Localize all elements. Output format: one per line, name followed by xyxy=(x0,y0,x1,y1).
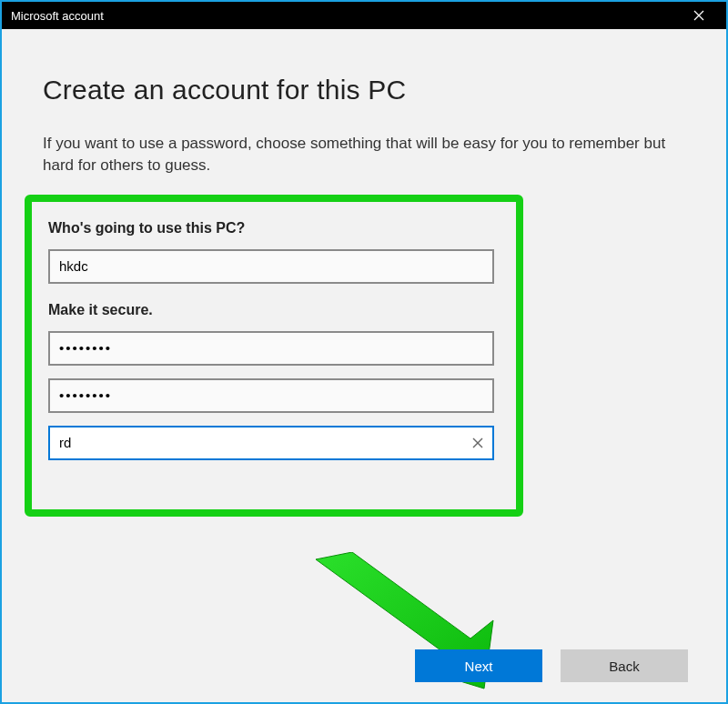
dialog-window: Microsoft account Create an account for … xyxy=(0,0,728,704)
close-button[interactable] xyxy=(681,2,717,29)
clear-hint-button[interactable] xyxy=(469,434,487,452)
next-button[interactable]: Next xyxy=(415,649,542,682)
hint-field-wrap xyxy=(48,426,494,460)
username-input[interactable] xyxy=(48,249,494,284)
password-input[interactable] xyxy=(48,331,494,366)
hint-input[interactable] xyxy=(48,426,494,460)
content-area: Create an account for this PC If you wan… xyxy=(2,29,726,702)
confirm-password-input[interactable] xyxy=(48,378,494,413)
password-field-wrap xyxy=(48,331,494,366)
page-heading: Create an account for this PC xyxy=(43,75,685,106)
footer-buttons: Next Back xyxy=(415,649,688,682)
form-highlight: Who's going to use this PC? Make it secu… xyxy=(25,195,523,517)
page-subtext: If you want to use a password, choose so… xyxy=(43,133,685,176)
x-icon xyxy=(471,437,484,449)
window-title: Microsoft account xyxy=(11,9,104,23)
username-field-wrap xyxy=(48,249,494,284)
password-label: Make it secure. xyxy=(48,302,500,318)
close-icon xyxy=(693,10,704,21)
back-button[interactable]: Back xyxy=(561,649,688,682)
username-label: Who's going to use this PC? xyxy=(48,220,500,236)
confirm-password-field-wrap xyxy=(48,378,494,413)
titlebar: Microsoft account xyxy=(2,2,726,29)
